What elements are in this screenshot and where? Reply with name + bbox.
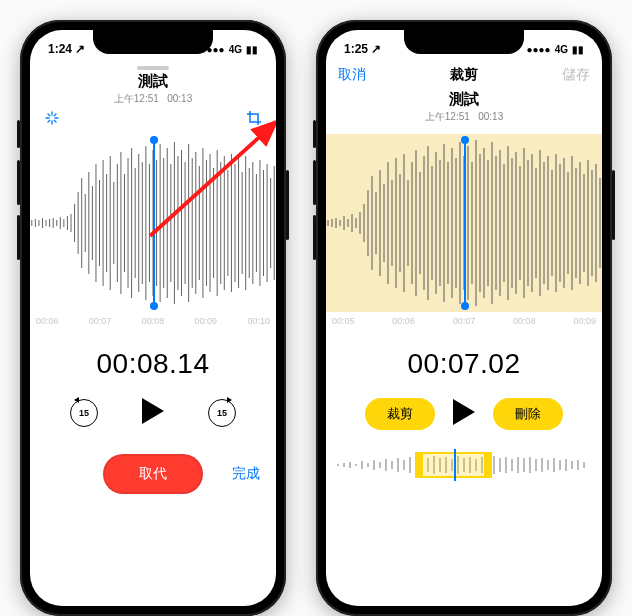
waveform-trim[interactable]: [326, 134, 602, 312]
location-icon: ↗: [75, 42, 85, 56]
replace-button[interactable]: 取代: [103, 454, 203, 494]
recording-time: 上午12:51: [114, 93, 159, 104]
svg-line-4: [48, 114, 50, 116]
skip-back-button[interactable]: 15: [70, 399, 98, 427]
battery-icon: ▮▮: [572, 44, 584, 55]
recording-time: 上午12:51: [425, 111, 470, 122]
recording-title-block: 測試 上午12:51 00:13: [326, 90, 602, 124]
skip-forward-button[interactable]: 15: [208, 399, 236, 427]
mini-playhead[interactable]: [454, 449, 456, 481]
done-link[interactable]: 完成: [232, 465, 260, 483]
sheet-grabber[interactable]: [137, 66, 169, 70]
signal-icon: ●●●●: [526, 44, 550, 55]
play-button[interactable]: [453, 399, 475, 429]
enhance-icon[interactable]: [44, 110, 60, 130]
timecode: 00:07.02: [326, 348, 602, 380]
svg-line-6: [54, 114, 56, 116]
network-label: 4G: [555, 44, 568, 55]
notch: [93, 30, 213, 54]
status-time: 1:25: [344, 42, 368, 56]
recording-title: 測試: [30, 72, 276, 91]
battery-icon: ▮▮: [246, 44, 258, 55]
location-icon: ↗: [371, 42, 381, 56]
time-ticks: 00:0600:07 00:0800:09 00:10: [30, 312, 276, 330]
recording-title-block: 測試 上午12:51 00:13: [30, 72, 276, 106]
crop-icon[interactable]: [246, 110, 262, 130]
header-title: 裁剪: [450, 66, 478, 84]
cancel-link[interactable]: 取消: [338, 66, 366, 84]
time-ticks: 00:0500:06 00:0700:08 00:09: [326, 312, 602, 330]
delete-button[interactable]: 刪除: [493, 398, 563, 430]
playhead[interactable]: [464, 140, 466, 306]
svg-line-7: [48, 120, 50, 122]
recording-title: 測試: [326, 90, 602, 109]
trim-timeline[interactable]: [336, 452, 592, 478]
svg-line-5: [54, 120, 56, 122]
phone-left: 1:24 ↗ ●●●● 4G ▮▮ 測試 上午12:51 00:13: [20, 20, 286, 616]
play-button[interactable]: [142, 398, 164, 428]
playhead[interactable]: [153, 140, 155, 306]
status-time: 1:24: [48, 42, 72, 56]
recording-duration: 00:13: [167, 93, 192, 104]
waveform[interactable]: [30, 134, 276, 312]
timecode: 00:08.14: [30, 348, 276, 380]
network-label: 4G: [229, 44, 242, 55]
phone-right: 1:25 ↗ ●●●● 4G ▮▮ 取消 裁剪 儲存 測試 上午12:51 00…: [316, 20, 612, 616]
recording-duration: 00:13: [478, 111, 503, 122]
notch: [404, 30, 524, 54]
trim-button[interactable]: 裁剪: [365, 398, 435, 430]
save-link[interactable]: 儲存: [562, 66, 590, 84]
